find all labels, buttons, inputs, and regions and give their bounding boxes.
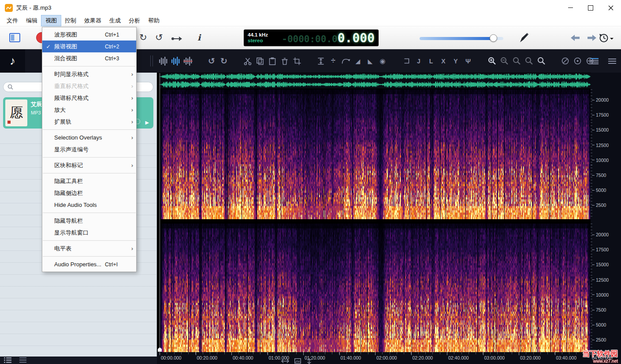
- delete-icon[interactable]: [279, 55, 291, 67]
- reverse-icon[interactable]: [339, 55, 352, 67]
- menu-item[interactable]: 时间显示格式›: [42, 68, 136, 80]
- menu-item[interactable]: 隐藏导航栏: [42, 215, 136, 227]
- blob-icon[interactable]: ◉: [376, 55, 389, 67]
- menubar-item-生成[interactable]: 生成: [105, 15, 125, 26]
- menu-item[interactable]: 区块和标记›: [42, 159, 136, 171]
- menu-lines-icon[interactable]: [606, 55, 618, 67]
- curve-psi-icon[interactable]: Ψ: [462, 55, 474, 67]
- menubar-item-效果器[interactable]: 效果器: [80, 15, 105, 26]
- menu-item[interactable]: 隐藏侧边栏: [42, 187, 136, 199]
- loop-playback-button[interactable]: ↻: [139, 32, 147, 43]
- curve-x-icon[interactable]: X: [437, 55, 450, 67]
- goto-button[interactable]: [171, 35, 182, 43]
- menu-item-label: 时间显示格式: [54, 70, 105, 78]
- fit-width-button[interactable]: [281, 359, 289, 364]
- minimize-button[interactable]: [560, 0, 580, 15]
- menu-item[interactable]: 波形视图Ctrl+1: [42, 29, 136, 40]
- view-waveform-icon[interactable]: [157, 55, 169, 67]
- menubar-item-视图[interactable]: 视图: [41, 15, 61, 26]
- menubar-item-分析[interactable]: 分析: [125, 15, 144, 26]
- spectrogram-left-channel[interactable]: [160, 89, 591, 219]
- menu-item-label: 扩展轨: [54, 118, 105, 126]
- menu-item[interactable]: 显示声道编号: [42, 143, 136, 155]
- history-button[interactable]: [599, 33, 614, 43]
- copy-icon[interactable]: [254, 55, 266, 67]
- nav-forward-button[interactable]: [586, 34, 598, 42]
- menu-separator: [43, 157, 136, 158]
- overview-waveform[interactable]: [160, 73, 591, 88]
- close-icon: [608, 5, 614, 11]
- crop-icon[interactable]: [291, 55, 303, 67]
- menubar-item-帮助[interactable]: 帮助: [144, 15, 164, 26]
- fade-in-icon[interactable]: ◢: [352, 55, 364, 67]
- time-display-panel: 44.1 kHz stereo -0000:00.00.000: [244, 29, 379, 46]
- toolbar-group: ÷◢◣◉: [315, 55, 389, 67]
- select-dot-icon[interactable]: [571, 55, 584, 67]
- select-cycle-icon[interactable]: [559, 55, 571, 67]
- zoom-sel-icon[interactable]: [535, 55, 547, 67]
- menu-item-shortcut: Ctrl+I: [105, 261, 128, 268]
- annotate-button[interactable]: [518, 32, 530, 43]
- loop-bracket-icon[interactable]: [400, 55, 413, 67]
- view-mixed-icon[interactable]: [182, 55, 194, 67]
- loop-selection-button[interactable]: ↺: [155, 32, 163, 43]
- redo-icon[interactable]: ↻: [218, 55, 230, 67]
- seal-mark: [7, 121, 11, 124]
- menubar-item-控制[interactable]: 控制: [61, 15, 80, 26]
- menu-item[interactable]: 扩展轨›: [42, 116, 136, 128]
- menu-item[interactable]: Selection Overlays›: [42, 132, 136, 143]
- menu-item[interactable]: 电平表›: [42, 243, 136, 254]
- spectrogram-right-channel[interactable]: [160, 224, 591, 352]
- time-tick: [339, 352, 340, 355]
- submenu-arrow-icon: ›: [128, 107, 133, 113]
- menu-item[interactable]: 频谱标尺格式›: [42, 92, 136, 104]
- paste-icon[interactable]: [266, 55, 279, 67]
- divide-icon[interactable]: ÷: [327, 55, 339, 67]
- view-spectral-icon[interactable]: [169, 55, 182, 67]
- zoom-in-icon[interactable]: [486, 55, 498, 67]
- time-label: 02:20.000: [413, 355, 433, 360]
- thumbnail-view-button[interactable]: [294, 358, 301, 364]
- menu-item[interactable]: 垂直标尺格式›: [42, 80, 136, 92]
- watermark-line2: www.xz7.net: [583, 359, 618, 364]
- curve-j-icon[interactable]: J: [413, 55, 425, 67]
- playhead-line[interactable]: [160, 73, 160, 352]
- play-icon[interactable]: ▶: [145, 120, 149, 125]
- menu-separator: [43, 256, 136, 257]
- fit-height-button[interactable]: [307, 358, 312, 364]
- maximize-button[interactable]: [580, 0, 601, 15]
- freq-label: 2500: [592, 338, 606, 342]
- menu-item[interactable]: Audio Properties...Ctrl+I: [42, 258, 136, 270]
- menu-item-label: 混合视图: [54, 55, 105, 63]
- adjust-icon[interactable]: [315, 55, 327, 67]
- menubar-item-编辑[interactable]: 编辑: [22, 15, 41, 26]
- menu-item[interactable]: 放大›: [42, 104, 136, 116]
- history-dropdown-caret: [610, 38, 614, 41]
- zoom-vert-icon[interactable]: [523, 55, 535, 67]
- menu-item[interactable]: 隐藏工具栏: [42, 175, 136, 187]
- toolbar-drag-handle[interactable]: [150, 55, 153, 66]
- nav-back-button[interactable]: [569, 34, 581, 42]
- volume-thumb[interactable]: [490, 34, 497, 42]
- menu-item[interactable]: 混合视图Ctrl+3: [42, 52, 136, 64]
- layout-selector-icon[interactable]: [9, 32, 21, 44]
- info-button[interactable]: i: [197, 33, 201, 42]
- close-button[interactable]: [601, 0, 621, 15]
- submenu-arrow-icon: ›: [128, 162, 133, 169]
- menu-item[interactable]: 显示导航窗口: [42, 227, 136, 239]
- time-tick: [231, 352, 232, 355]
- fade-out-icon[interactable]: ◣: [364, 55, 376, 67]
- zoom-time-icon[interactable]: [510, 55, 523, 67]
- undo-icon[interactable]: ↺: [205, 55, 218, 67]
- curve-l-icon[interactable]: L: [425, 55, 437, 67]
- curve-y-icon[interactable]: Y: [450, 55, 462, 67]
- compact-list-view-button[interactable]: [19, 357, 26, 363]
- volume-slider[interactable]: [420, 35, 503, 42]
- menubar-item-文件[interactable]: 文件: [3, 15, 22, 26]
- zoom-out-icon[interactable]: [498, 55, 510, 67]
- cut-icon[interactable]: [242, 55, 254, 67]
- menu-item[interactable]: ✓频谱视图Ctrl+2: [42, 40, 136, 52]
- file-list-view-button[interactable]: [4, 357, 11, 363]
- layers-list-icon[interactable]: [588, 55, 601, 67]
- menu-item[interactable]: Hide Audio Tools: [42, 199, 136, 211]
